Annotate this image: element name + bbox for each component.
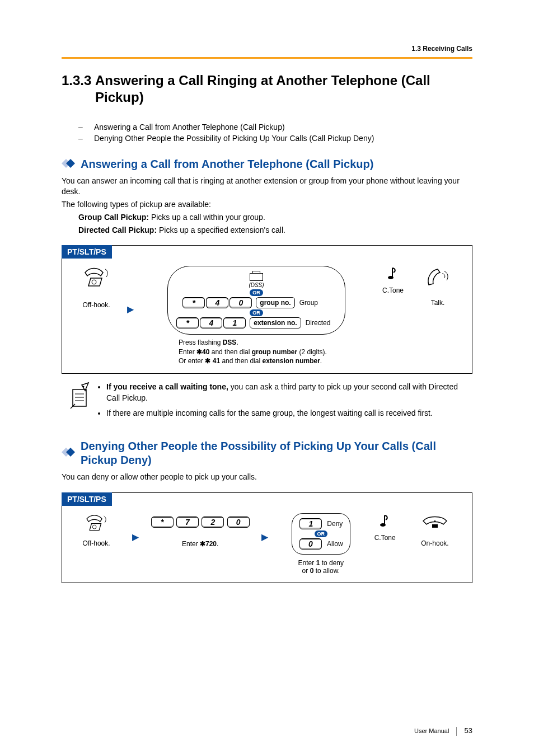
diagram-tab: PT/SLT/PS — [62, 245, 112, 259]
subheading-2: Denying Other People the Possibility of … — [81, 439, 472, 467]
row-label: Group — [299, 299, 331, 307]
key-0: 0 — [299, 538, 322, 550]
toc-item: Answering a Call from Another Telephone … — [78, 123, 472, 132]
step-label: C.Tone — [368, 534, 402, 542]
diagram-tab: PT/SLT/PS — [62, 492, 112, 506]
key-star: * — [176, 317, 199, 328]
procedure-diagram-1: PT/SLT/PS Off-hook. ▶ (DSS) — [62, 245, 472, 374]
talk-icon — [425, 266, 450, 288]
definition: Directed Call Pickup: Picks up a specifi… — [78, 225, 472, 236]
note-item: If there are multiple incoming calls for… — [106, 408, 472, 419]
arrow-icon: ▶ — [121, 304, 139, 328]
step-ctone: C.Tone — [373, 266, 413, 294]
step-label: C.Tone — [373, 287, 413, 294]
key-2: 2 — [202, 516, 224, 528]
arrow-icon: ▶ — [256, 532, 274, 556]
step-label: Enter ✱720. — [150, 540, 251, 548]
key-4: 4 — [206, 297, 228, 308]
body-text: You can answer an incoming call that is … — [62, 176, 472, 197]
step-label: Off-hook. — [71, 539, 121, 547]
step-caption: Press flashing DSS. Enter ✱40 and then d… — [179, 338, 373, 365]
key-7: 7 — [176, 516, 199, 528]
step-label: Enter 1 to deny or 0 to allow. — [279, 559, 363, 575]
body-text: The following types of pickup are availa… — [62, 199, 472, 210]
field-group-no: group no. — [256, 297, 294, 308]
tone-icon — [386, 266, 400, 283]
key-star: * — [182, 297, 205, 308]
svg-point-2 — [92, 280, 96, 284]
section-toc: Answering a Call from Another Telephone … — [62, 123, 472, 143]
key-1: 1 — [299, 518, 322, 529]
field-extension-no: extension no. — [250, 317, 301, 328]
step-ctone: C.Tone — [368, 513, 402, 542]
step-offhook: Off-hook. — [71, 266, 121, 309]
key-0: 0 — [229, 297, 252, 308]
subheading-row: Denying Other People the Possibility of … — [62, 439, 472, 467]
svg-marker-1 — [66, 159, 75, 168]
definition-text: Picks up a specified extension's call. — [157, 226, 285, 234]
subheading-1: Answering a Call from Another Telephone … — [81, 157, 373, 171]
or-pill: OR — [250, 289, 263, 296]
section-number: 1.3.3 — [62, 72, 95, 106]
header-rule — [62, 57, 472, 59]
dss-button-icon — [250, 273, 263, 281]
row-label: Deny — [327, 520, 343, 528]
step-enter-code: * 7 2 0 Enter ✱720. — [150, 513, 251, 548]
body-text: You can deny or allow other people to pi… — [62, 472, 472, 482]
offhook-icon — [83, 266, 110, 288]
row-label: Directed — [306, 319, 337, 327]
dss-label: (DSS) — [176, 282, 336, 288]
key-1: 1 — [223, 317, 246, 328]
step-label: Off-hook. — [71, 301, 121, 309]
page: 1.3 Receiving Calls 1.3.3 Answering a Ca… — [0, 0, 534, 756]
subheading-row: Answering a Call from Another Telephone … — [62, 157, 472, 171]
row-label: Allow — [327, 540, 343, 548]
svg-point-3 — [388, 276, 394, 279]
step-talk: Talk. — [413, 266, 463, 307]
svg-point-7 — [83, 386, 85, 388]
note-item: If you receive a call waiting tone, you … — [106, 382, 472, 403]
step-label: On-hook. — [407, 539, 463, 547]
key-4: 4 — [200, 317, 222, 328]
footer-label: User Manual — [414, 727, 449, 734]
step-choose: 1 Deny OR 0 Allow Enter 1 to deny or 0 t… — [279, 513, 363, 575]
onhook-icon — [421, 513, 449, 530]
or-pill: OR — [315, 530, 328, 537]
svg-point-10 — [92, 525, 96, 529]
procedure-diagram-2: PT/SLT/PS Off-hook. ▶ * 7 — [62, 492, 472, 583]
key-star: * — [151, 516, 174, 528]
page-number: 53 — [465, 726, 472, 735]
diamond-icon — [62, 159, 76, 170]
tone-icon — [378, 513, 392, 530]
svg-point-11 — [380, 523, 386, 527]
diamond-icon — [62, 448, 76, 459]
section-heading: 1.3.3 Answering a Call Ringing at Anothe… — [62, 72, 472, 106]
step-onhook: On-hook. — [407, 513, 463, 547]
key-0: 0 — [227, 516, 250, 528]
section-title: Answering a Call Ringing at Another Tele… — [95, 72, 472, 106]
note-icon — [68, 382, 96, 424]
page-footer: User Manual 53 — [414, 726, 472, 736]
note-list: If you receive a call waiting tone, you … — [96, 382, 472, 424]
definition-text: Picks up a call within your group. — [149, 213, 265, 222]
notes-block: If you receive a call waiting tone, you … — [68, 382, 472, 424]
toc-item: Denying Other People the Possibility of … — [78, 134, 472, 143]
running-head: 1.3 Receiving Calls — [62, 45, 472, 53]
step-dial: (DSS) OR * 4 0 group no. Group OR * — [139, 266, 373, 365]
offhook-icon — [83, 513, 110, 532]
step-label: Talk. — [413, 299, 463, 307]
or-pill: OR — [250, 309, 263, 316]
step-offhook: Off-hook. — [71, 513, 121, 547]
definition-label: Group Call Pickup: — [78, 213, 149, 222]
choice-options: 1 Deny OR 0 Allow — [292, 513, 350, 555]
arrow-icon: ▶ — [127, 532, 144, 556]
dial-options: (DSS) OR * 4 0 group no. Group OR * — [167, 266, 345, 335]
definition-label: Directed Call Pickup: — [78, 226, 157, 234]
definition: Group Call Pickup: Picks up a call withi… — [78, 212, 472, 223]
